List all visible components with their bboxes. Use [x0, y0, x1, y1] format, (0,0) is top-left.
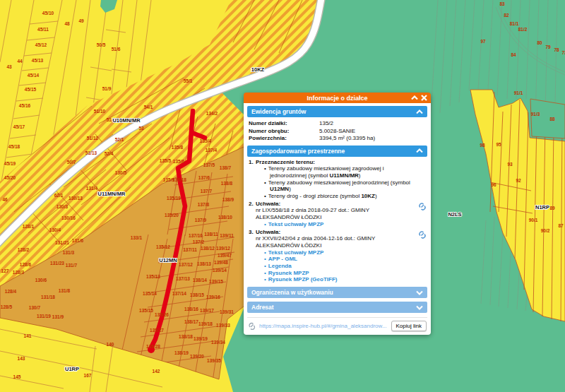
- document-link[interactable]: APP - GML: [268, 256, 297, 262]
- parcel-number-label: 138/11: [204, 232, 218, 237]
- popup-title: Informacje o działce: [307, 95, 367, 102]
- parcel-number-label: 130/5: [115, 170, 127, 175]
- parcel-number-label: 139/34: [211, 340, 225, 345]
- close-icon[interactable]: [421, 95, 427, 101]
- parcel-number-label: 135/5: [160, 158, 172, 163]
- parcel-number-label: 137/14: [172, 291, 186, 296]
- parcel-number-label: 139/48: [214, 260, 228, 265]
- zone-code-label: 10KZ: [251, 66, 265, 73]
- popup-header[interactable]: Informacje o działce: [244, 93, 431, 103]
- parcel-number-label: 50/7: [67, 160, 76, 165]
- parcel-number-label: 131/6: [72, 238, 84, 243]
- parcel-number-label: 141: [24, 333, 32, 338]
- section-header-ewidencja[interactable]: Ewidencja gruntów: [247, 106, 427, 117]
- document-link[interactable]: Rysunek MPZP (GeoTIFF): [268, 276, 338, 283]
- parcel-number-label: 45/11: [37, 27, 49, 32]
- parcel-number-label: 135/8: [172, 145, 184, 150]
- parcel-number-label: 131/21: [55, 240, 69, 245]
- document-link[interactable]: Tekst uchwały MPZP: [268, 249, 324, 256]
- parcel-number-label: 53: [138, 126, 144, 131]
- parcel-number-label: 138/18: [179, 334, 193, 339]
- parcel-number-label: 137/7: [201, 189, 213, 194]
- parcel-number-label: 139/19: [194, 336, 208, 341]
- parcel-number-label: 139/33: [216, 323, 230, 328]
- parcel-number-label: 137/8: [198, 202, 210, 207]
- parcel-number-label: 87: [558, 223, 564, 228]
- resolution-2-links: Tekst uchwały MPZPAPP - GMLLegendaRysune…: [256, 249, 416, 284]
- parcel-number-label: 131/8: [59, 288, 71, 293]
- parcel-number-label: 91/1: [514, 90, 523, 95]
- parcel-number-label: 130/16: [61, 215, 76, 220]
- document-link[interactable]: Tekst uchwały MPZP: [268, 221, 324, 227]
- section-header-zagospodarowanie[interactable]: Zagospodarowanie przestrzenne: [247, 145, 427, 157]
- chevron-up-icon: [416, 148, 423, 153]
- section-header-ograniczenia[interactable]: Ograniczenia w użytkowaniu: [247, 287, 427, 298]
- parcel-number-label: 54/1: [144, 105, 153, 109]
- zoning-content: 1. Przeznaczenie terenu: Tereny zabudowy…: [247, 157, 427, 284]
- copy-link-button[interactable]: Kopiuj link: [391, 321, 427, 331]
- zone-code-label: U12MN: [159, 257, 177, 263]
- parcel-number-label: 139/47: [218, 253, 232, 258]
- parcel-number-label: 128/3: [13, 270, 25, 275]
- parcel-number-label: 135/12: [156, 244, 170, 249]
- land-use-heading: Przeznaczenie terenu:: [256, 159, 416, 166]
- parcel-number-label: 167: [84, 373, 92, 378]
- parcel-number-label: 135/15: [139, 308, 153, 313]
- link-icon: [248, 321, 256, 331]
- resolution-2-text: ALEKSANDRÓW ŁÓDZKI: [256, 242, 416, 249]
- parcel-number-label: 43: [6, 64, 12, 69]
- attachment-icon[interactable]: [418, 201, 426, 213]
- parcel-number-label: 130/6: [35, 278, 47, 283]
- parcel-number-label: 137/12: [179, 262, 193, 267]
- parcel-number-label: 98: [480, 143, 485, 148]
- parcel-number-label: 140: [107, 342, 114, 347]
- parcel-number-label: 137/11: [183, 247, 197, 252]
- parcel-number-label: 135/27: [150, 328, 164, 333]
- collapse-icon[interactable]: [411, 95, 418, 100]
- field-row: Numer działki:135/2: [249, 120, 426, 128]
- parcel-number-label: 131/3: [63, 250, 75, 255]
- parcel-number-label: 128/4: [5, 289, 17, 294]
- parcel-number-label: 92: [516, 178, 521, 183]
- zone-code-label: U11MN/MR: [98, 191, 126, 197]
- parcel-number-label: 138/10: [218, 215, 232, 220]
- parcel-number-label: 131/23: [50, 261, 64, 266]
- parcel-number-label: 95: [496, 142, 501, 147]
- section-header-adresat[interactable]: Adresat: [247, 302, 427, 313]
- parcel-number-label: 45/10: [42, 11, 54, 16]
- parcel-info-popup: Informacje o działce Ewidencja gruntów N…: [244, 93, 431, 335]
- document-link[interactable]: Rysunek MPZP: [268, 270, 309, 276]
- attachment-icon[interactable]: [418, 230, 426, 241]
- parcel-number-label: 48: [64, 21, 70, 26]
- share-url[interactable]: https://mapa.inspire-hub.pl/#/gmina_alek…: [259, 323, 388, 329]
- parcel-number-label: 51/12: [87, 136, 99, 141]
- parcel-number-label: 79: [545, 44, 551, 49]
- parcel-number-label: 81/1: [510, 21, 519, 26]
- parcel-number-label: 130/13: [69, 196, 83, 201]
- resolution-item-2: 3. Uchwała: nr XXVII/242/04 z dnia 2004-…: [249, 229, 426, 284]
- parcel-number-label: 131/18: [41, 295, 55, 299]
- parcel-number-label: 138/12: [201, 246, 215, 251]
- parcel-number-label: 139/11: [220, 233, 234, 238]
- parcel-number-label: 130/3: [56, 204, 69, 209]
- parcel-number-label: 45/13: [32, 58, 44, 63]
- parcel-number-label: 44: [17, 59, 23, 64]
- resolution-1-text: nr LIX/558/18 z dnia 2018-09-27 dot.: GM…: [256, 207, 416, 214]
- parcel-number-label: 138/13: [197, 261, 211, 266]
- parcel-number-label: 62/1: [54, 193, 64, 198]
- parcel-number-label: 45/19: [4, 161, 16, 166]
- parcel-number-label: 90/2: [541, 228, 550, 233]
- parcel-number-label: 138/7: [220, 165, 232, 170]
- parcel-number-label: 51/9: [102, 86, 112, 91]
- parcel-number-label: 135/6: [173, 159, 185, 164]
- document-link[interactable]: Legenda: [268, 263, 292, 269]
- parcel-number-label: 81/2: [518, 27, 528, 32]
- parcel-number-label: 143: [18, 356, 25, 361]
- parcel-number-label: 130/7: [29, 305, 41, 310]
- zone-code-label: U10MN/MR: [112, 117, 141, 124]
- parcel-number-label: 45/16: [19, 103, 31, 108]
- parcel-number-label: 139/12: [216, 246, 230, 251]
- parcel-number-label: 135/19: [167, 196, 181, 201]
- chevron-down-icon: [416, 290, 423, 295]
- parcel-number-label: 52/1: [115, 137, 124, 142]
